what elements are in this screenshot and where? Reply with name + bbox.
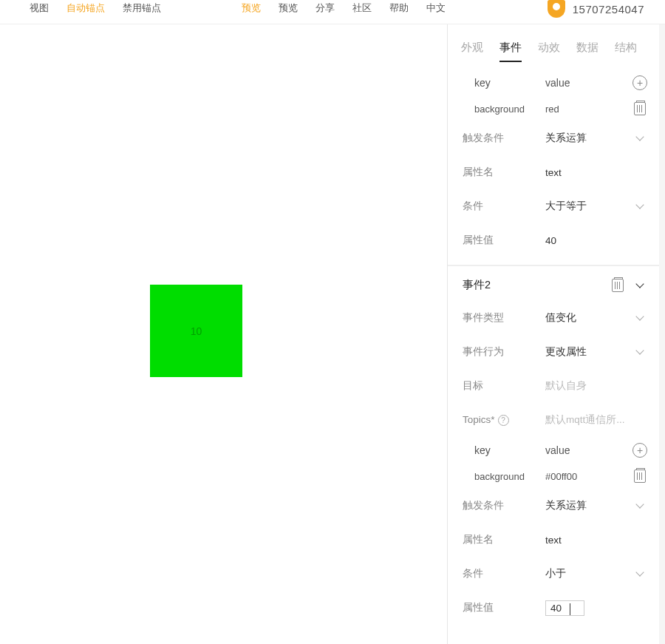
property-row: Topics*?默认mqtt通信所... [448, 403, 665, 437]
kv-row: background#00ff00 [448, 464, 665, 489]
kv-header-key: key [461, 77, 542, 89]
add-kv-icon[interactable]: + [632, 75, 647, 90]
property-label: 条件 [463, 200, 545, 213]
property-label: 事件行为 [463, 345, 545, 359]
user-area: 15707254047 [548, 0, 644, 18]
add-kv-icon[interactable]: + [632, 443, 647, 458]
toolbar-item[interactable]: 自动锚点 [58, 1, 114, 15]
property-row: 触发条件关系运算 [448, 489, 665, 523]
kv-header-value: value [542, 444, 632, 456]
toolbar-item[interactable]: 预览 [270, 1, 307, 15]
property-label: 属性名 [463, 533, 545, 546]
property-value[interactable]: 关系运算 [545, 499, 635, 512]
shape-text: 10 [191, 325, 202, 337]
kv-key[interactable]: background [461, 104, 542, 115]
help-icon[interactable]: ? [498, 415, 509, 426]
property-value-input[interactable]: 40 [545, 603, 650, 614]
tab-0[interactable]: 外观 [461, 41, 483, 62]
kv-key[interactable]: background [461, 471, 542, 482]
property-value[interactable]: 更改属性 [545, 345, 635, 359]
chevron-down-icon[interactable] [635, 134, 644, 143]
property-value[interactable]: 默认mqtt通信所... [545, 413, 650, 427]
tab-4[interactable]: 结构 [615, 41, 637, 62]
property-label: 条件 [463, 567, 545, 580]
toolbar-item[interactable]: 中文 [417, 1, 454, 15]
kv-header-key: key [461, 444, 542, 456]
property-label: 属性名 [463, 166, 545, 179]
property-row: 条件小于 [448, 557, 665, 591]
tab-1[interactable]: 事件 [499, 41, 522, 62]
delete-row-icon[interactable] [634, 470, 646, 483]
kv-header-value: value [542, 77, 632, 89]
property-row: 属性值40 [448, 223, 665, 257]
property-value[interactable]: 小于 [545, 567, 635, 580]
property-label: 目标 [463, 379, 545, 393]
property-label: 事件类型 [463, 311, 545, 325]
toolbar-item[interactable]: 预览 [233, 1, 270, 15]
property-value[interactable]: 关系运算 [545, 132, 635, 145]
kv-value[interactable]: #00ff00 [542, 471, 634, 482]
property-row: 条件大于等于 [448, 189, 665, 223]
property-label: 触发条件 [463, 132, 545, 145]
collapse-icon[interactable] [635, 281, 644, 290]
toolbar-item[interactable]: 视图 [21, 1, 58, 15]
chevron-down-icon[interactable] [635, 501, 644, 510]
property-row: 属性名text [448, 523, 665, 557]
kv-value[interactable]: red [542, 104, 634, 115]
property-label: 属性值 [463, 234, 545, 247]
property-row: 触发条件关系运算 [448, 121, 665, 155]
property-row: 属性值40 [448, 591, 665, 625]
kv-row: backgroundred [448, 96, 665, 121]
property-value[interactable]: 值变化 [545, 311, 635, 325]
inspector-tabs: 外观事件动效数据结构 [448, 24, 665, 70]
property-label: 触发条件 [463, 499, 545, 512]
tab-2[interactable]: 动效 [538, 41, 560, 62]
property-row: 事件行为更改属性 [448, 335, 665, 369]
property-row: 事件类型值变化 [448, 301, 665, 335]
chevron-down-icon[interactable] [635, 313, 644, 322]
property-value[interactable]: 40 [545, 235, 650, 246]
property-value[interactable]: 大于等于 [545, 200, 635, 213]
event1-section: key value + backgroundred 触发条件关系运算属性名tex… [448, 70, 665, 265]
property-value[interactable]: text [545, 535, 650, 546]
property-label: Topics*? [463, 414, 545, 426]
toolbar-item[interactable]: 禁用锚点 [114, 1, 170, 15]
toolbar-item[interactable]: 社区 [344, 1, 381, 15]
tab-3[interactable]: 数据 [576, 41, 598, 62]
chevron-down-icon[interactable] [635, 202, 644, 211]
shape-rect[interactable]: 10 [150, 285, 242, 377]
avatar-icon[interactable] [548, 0, 565, 18]
property-value[interactable]: text [545, 167, 650, 178]
delete-event-icon[interactable] [612, 279, 624, 292]
toolbar-item[interactable]: 帮助 [381, 1, 417, 15]
property-value[interactable]: 默认自身 [545, 379, 650, 393]
delete-row-icon[interactable] [634, 102, 646, 115]
property-label: 属性值 [463, 601, 545, 614]
property-row: 目标默认自身 [448, 369, 665, 403]
username: 15707254047 [573, 3, 644, 16]
event2-title: 事件2 [463, 278, 612, 292]
scrollbar[interactable] [659, 24, 665, 644]
event2-header[interactable]: 事件2 [448, 265, 665, 301]
canvas[interactable]: 10 [0, 24, 448, 644]
property-row: 属性名text [448, 155, 665, 189]
inspector-panel: 外观事件动效数据结构 key value + backgroundred 触发条… [448, 24, 665, 644]
topbar: 视图自动锚点禁用锚点 预览预览分享社区帮助中文 15707254047 [0, 0, 665, 24]
toolbar-item[interactable]: 分享 [307, 1, 344, 15]
chevron-down-icon[interactable] [635, 569, 644, 578]
chevron-down-icon[interactable] [635, 348, 644, 356]
